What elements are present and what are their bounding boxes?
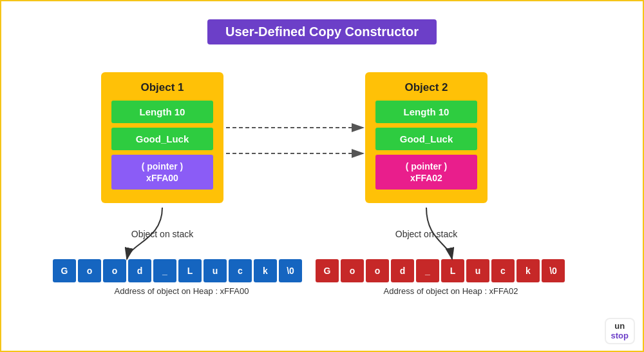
heap2-label: Address of object on Heap : xFFA02 [316,286,586,296]
heap2-cell-6: u [466,259,489,282]
object1-row3: ( pointer ) xFFA00 [111,155,213,190]
heap2-cell-7: c [491,259,515,282]
heap1-row: G o o d _ L u c k \0 [53,259,302,282]
heap1-cell-7: c [229,259,252,282]
object2-row3: ( pointer ) xFFA02 [375,155,477,190]
heap1-cell-1: o [78,259,101,282]
heap2-cell-2: o [366,259,389,282]
object1-title: Object 1 [111,81,213,94]
object1-block: Object 1 Length 10 Good_Luck ( pointer )… [101,72,223,203]
heap1-cell-4: _ [153,259,176,282]
brand-line1: un [614,322,625,331]
unstop-badge: un stop [605,318,635,344]
heap1-label: Address of object on Heap : xFFA00 [53,286,310,296]
heap2-cell-4: _ [416,259,439,282]
heap2-cell-9: \0 [542,259,565,282]
heap1-cell-3: d [128,259,151,282]
object2-row2: Good_Luck [375,128,477,150]
page-title: User-Defined Copy Constructor [207,19,437,44]
object1-stack-label: Object on stack [101,229,223,239]
heap1-cell-2: o [103,259,126,282]
heap2-row: G o o d _ L u c k \0 [316,259,565,282]
object2-block: Object 2 Length 10 Good_Luck ( pointer )… [365,72,488,203]
object1-row2: Good_Luck [111,128,213,150]
heap1-cell-0: G [53,259,76,282]
heap1-cell-9: \0 [279,259,302,282]
heap2-cell-0: G [316,259,339,282]
heap2-cell-3: d [391,259,414,282]
heap2-cell-1: o [341,259,364,282]
object2-row1: Length 10 [375,101,477,123]
object2-title: Object 2 [375,81,477,94]
heap1-cell-6: u [204,259,227,282]
object1-row1: Length 10 [111,101,213,123]
heap2-cell-5: L [441,259,464,282]
heap2-cell-8: k [516,259,540,282]
object2-stack-label: Object on stack [365,229,488,239]
brand-line2: stop [611,331,629,340]
heap1-cell-8: k [254,259,277,282]
heap1-cell-5: L [178,259,202,282]
arrows-overlay [1,1,644,352]
